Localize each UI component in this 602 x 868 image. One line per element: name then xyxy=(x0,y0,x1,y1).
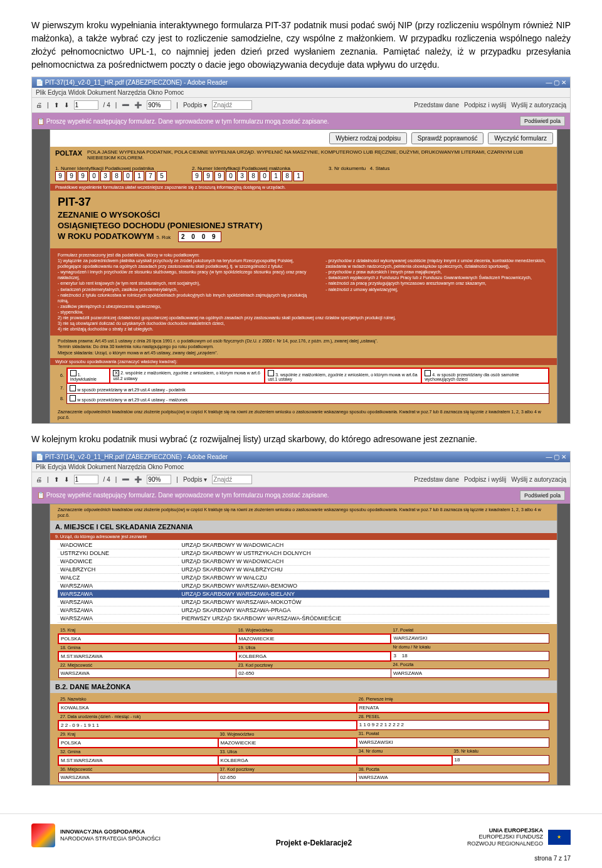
nip-malzonek[interactable]: 9990380181 xyxy=(192,171,304,181)
btn-sign-type[interactable]: Wybierz rodzaj podpisu xyxy=(329,132,407,144)
page-input[interactable] xyxy=(74,100,98,110)
project-title: Projekt e-Deklaracje2 xyxy=(276,839,352,847)
poltax-label: POLTAX xyxy=(55,149,82,161)
pit-header: PIT-37 ZEZNANIE O WYSOKOŚCI OSIĄGNIĘTEGO… xyxy=(50,191,557,248)
zoom-in-icon[interactable]: ➕ xyxy=(134,102,142,109)
dane-b2: 25. Nazwisko26. Pierwsze imię KOWALSKARE… xyxy=(50,693,557,785)
page-footer: INNOWACYJNA GOSPODARKANARODOWA STRATEGIA… xyxy=(0,813,602,854)
page-up-icon[interactable]: ⬆ xyxy=(54,102,59,109)
logo-eu: UNIA EUROPEJSKAEUROPEJSKI FUNDUSZROZWOJU… xyxy=(467,827,571,847)
form-description: Formularz przeznaczony jest dla podatnik… xyxy=(50,248,557,336)
page-down-icon[interactable]: ⬇ xyxy=(64,102,69,109)
form-banner: 📋 Proszę wypełnić następujący formularz.… xyxy=(32,113,570,129)
find-input[interactable] xyxy=(212,100,252,110)
zoom-input[interactable] xyxy=(147,100,171,110)
adobe-window-2: 📄 PIT-37(14)_v2-0_11_HR.pdf (ZABEZPIECZO… xyxy=(31,451,571,786)
logo-ig: INNOWACYJNA GOSPODARKANARODOWA STRATEGIA… xyxy=(31,823,161,847)
btn-validate[interactable]: Sprawdź poprawność xyxy=(411,132,484,144)
sign-menu[interactable]: Podpis ▾ xyxy=(183,102,207,109)
nip-podatnik[interactable]: 9990380175 xyxy=(55,171,167,181)
paragraph-1: W pierwszym kroku wypełniania interaktyw… xyxy=(31,19,571,71)
adobe-window-1: 📄 PIT-37(14)_v2-0_11_HR.pdf (ZABEZPIECZO… xyxy=(31,77,571,424)
highlight-button[interactable]: Podświetl pola xyxy=(520,116,565,126)
legal-basis: Podstawa prawna: Art.45 ust.1 ustawy z d… xyxy=(50,336,557,357)
menubar[interactable]: Plik Edycja Widok Dokument Narzędzia Okn… xyxy=(32,88,570,98)
pdf-icon: 📄 PIT-37(14)_v2-0_11_HR.pdf (ZABEZPIECZO… xyxy=(36,79,228,86)
section-a: A. MIEJSCE I CEL SKŁADANIA ZEZNANIA xyxy=(50,521,557,533)
ig-cube-icon xyxy=(31,823,55,847)
btn-clear[interactable]: Wyczyść formularz xyxy=(488,132,553,144)
paragraph-2: W kolejnym kroku podatnik musi wybrać (z… xyxy=(31,433,571,446)
btn-sign-send[interactable]: Podpisz i wyślij xyxy=(464,102,506,109)
tax-method-choice[interactable]: 6. 1. indywidualnie X 2. wspólnie z małż… xyxy=(50,365,557,406)
zoom-out-icon[interactable]: ➖ xyxy=(122,102,129,109)
print-icon[interactable]: 🖨 xyxy=(36,102,42,109)
eu-flag-icon xyxy=(548,830,571,845)
info-stripe: Prawidłowe wypełnienie formularza ułatwi… xyxy=(50,184,557,191)
toolbar: 🖨 | ⬆ ⬇ / 4 | ➖ ➕ | Podpis ▾ Przedstaw d… xyxy=(32,98,570,113)
btn-present[interactable]: Przedstaw dane xyxy=(414,102,459,109)
dane-b1: 15. Kraj16. Województwo17. Powiat POLSKA… xyxy=(50,624,557,680)
office-dropdown[interactable]: WADOWICEURZĄD SKARBOWY W WADOWICACHUSTRZ… xyxy=(50,540,557,624)
titlebar: 📄 PIT-37(14)_v2-0_11_HR.pdf (ZABEZPIECZO… xyxy=(32,77,570,88)
section-b2: B.2. DANE MAŁŻONKA xyxy=(50,680,557,693)
nip-row: 1. Numer Identyfikacji Podatkowej podatn… xyxy=(50,163,557,184)
year-box[interactable]: 2 0 0 9 xyxy=(178,231,221,242)
window-controls[interactable]: — ▢ ✕ xyxy=(546,79,566,86)
btn-send-auth[interactable]: Wyślij z autoryzacją xyxy=(511,102,566,109)
page-number: strona 7 z 17 xyxy=(0,854,602,868)
